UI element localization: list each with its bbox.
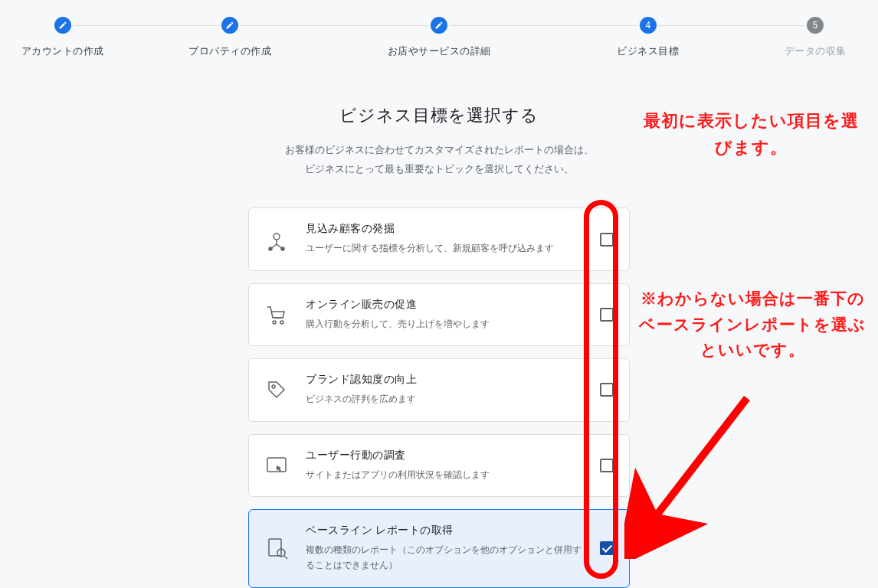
step-label: ビジネス目標 bbox=[617, 44, 679, 58]
options-list: 見込み顧客の発掘 ユーザーに関する指標を分析して、新規顧客を呼び込みます オンラ… bbox=[248, 207, 630, 587]
pencil-icon bbox=[221, 17, 238, 34]
option-title: ブランド認知度の向上 bbox=[306, 373, 583, 387]
step-data-collection: 5 データの収集 bbox=[752, 17, 878, 58]
page-title: ビジネス目標を選択する bbox=[125, 104, 753, 127]
pencil-icon bbox=[54, 17, 71, 34]
option-behavior[interactable]: ユーザー行動の調査 サイトまたはアプリの利用状況を確認します bbox=[248, 434, 630, 497]
cart-icon bbox=[264, 302, 289, 327]
option-title: 見込み顧客の発掘 bbox=[306, 222, 583, 236]
pencil-icon bbox=[431, 17, 447, 34]
tag-icon bbox=[264, 377, 289, 402]
svg-point-4 bbox=[269, 247, 272, 250]
stepper: アカウントの作成 プロパティの作成 お店やサービスの詳細 4 ビジネス目標 5 … bbox=[0, 0, 878, 58]
step-details[interactable]: お店やサービスの詳細 bbox=[335, 17, 544, 58]
option-desc: ビジネスの評判を広めます bbox=[306, 391, 583, 407]
svg-point-0 bbox=[274, 234, 280, 240]
option-desc: 購入行動を分析して、売り上げを増やします bbox=[306, 316, 583, 332]
step-property[interactable]: プロパティの作成 bbox=[126, 17, 335, 58]
svg-point-6 bbox=[273, 321, 276, 324]
option-sales[interactable]: オンライン販売の促進 購入行動を分析して、売り上げを増やします bbox=[248, 283, 630, 346]
svg-line-12 bbox=[284, 556, 287, 559]
step-goals: 4 ビジネス目標 bbox=[543, 17, 752, 58]
step-label: アカウントの作成 bbox=[21, 44, 104, 58]
screen-cursor-icon bbox=[264, 453, 289, 478]
svg-rect-10 bbox=[269, 539, 281, 556]
svg-point-5 bbox=[281, 247, 284, 250]
step-account[interactable]: アカウントの作成 bbox=[0, 17, 126, 58]
option-checkbox[interactable] bbox=[600, 459, 614, 472]
step-label: プロパティの作成 bbox=[188, 44, 271, 58]
option-checkbox[interactable] bbox=[600, 383, 614, 397]
step-label: お店やサービスの詳細 bbox=[388, 44, 491, 58]
svg-point-7 bbox=[280, 321, 283, 324]
option-checkbox[interactable] bbox=[600, 541, 614, 555]
option-desc: 複数の種類のレポート（このオプションを他のオプションと併用することはできません） bbox=[306, 542, 583, 573]
option-title: オンライン販売の促進 bbox=[306, 298, 583, 312]
option-checkbox[interactable] bbox=[600, 308, 614, 322]
option-desc: ユーザーに関する指標を分析して、新規顧客を呼び込みます bbox=[306, 240, 583, 256]
option-baseline[interactable]: ベースライン レポートの取得 複数の種類のレポート（このオプションを他のオプショ… bbox=[248, 509, 630, 588]
step-label: データの収集 bbox=[785, 44, 847, 58]
page-subtitle: お客様のビジネスに合わせてカスタマイズされたレポートの場合は、 ビジネスにとって… bbox=[125, 141, 753, 178]
svg-point-8 bbox=[272, 385, 275, 388]
option-brand[interactable]: ブランド認知度の向上 ビジネスの評判を広めます bbox=[248, 358, 630, 421]
option-desc: サイトまたはアプリの利用状況を確認します bbox=[306, 467, 583, 482]
option-title: ベースライン レポートの取得 bbox=[306, 524, 583, 537]
report-search-icon bbox=[264, 536, 289, 560]
option-checkbox[interactable] bbox=[600, 233, 614, 247]
step-number-icon: 4 bbox=[640, 17, 657, 34]
option-title: ユーザー行動の調査 bbox=[306, 449, 583, 462]
step-number-icon: 5 bbox=[807, 17, 824, 34]
leads-icon bbox=[264, 227, 289, 252]
option-leads[interactable]: 見込み顧客の発掘 ユーザーに関する指標を分析して、新規顧客を呼び込みます bbox=[248, 207, 630, 270]
